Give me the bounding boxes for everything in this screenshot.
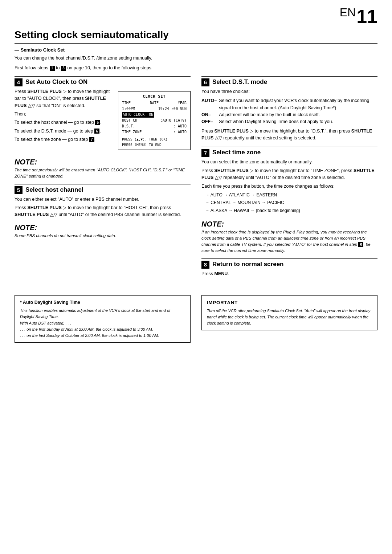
right-column: 6 Select D.S.T. mode You have three choi… bbox=[201, 76, 377, 282]
section-8: 8 Return to normal screen Press MENU. bbox=[201, 258, 377, 277]
section-7-title: Select time zone bbox=[212, 148, 261, 156]
clock-diagram: CLOCK SET TIME DATE YEAR 1:00PM 19:24 ⚡0… bbox=[118, 91, 191, 150]
section-4: 4 Set Auto Clock to ON CLOCK SET TIME DA… bbox=[15, 76, 191, 153]
section-4-body: CLOCK SET TIME DATE YEAR 1:00PM 19:24 ⚡0… bbox=[15, 88, 191, 153]
section-5-title: Select host channel bbox=[25, 186, 83, 194]
intro-para2: First follow steps 1 to 3 on page 10, th… bbox=[15, 65, 377, 72]
footnote-line-1: This function enables automatic adjustme… bbox=[20, 307, 185, 320]
note-1-title: NOTE: bbox=[15, 158, 191, 166]
section-5-text-1: You can either select "AUTO" or enter a … bbox=[15, 196, 191, 203]
dst-auto-key: AUTO– bbox=[201, 97, 219, 111]
section-8-body: Press MENU. bbox=[201, 270, 377, 277]
dst-auto-row: AUTO– Select if you want to adjust your … bbox=[201, 97, 377, 111]
section-8-title: Return to normal screen bbox=[212, 260, 284, 268]
footnote-body: This function enables automatic adjustme… bbox=[20, 307, 185, 338]
section-5: 5 Select host channel You can either sel… bbox=[15, 184, 191, 219]
note-1: NOTE: The time set previously will be er… bbox=[15, 158, 191, 180]
section-5-text-2: Press SHUTTLE PLUS ▷ to move the highlig… bbox=[15, 204, 191, 219]
section-4-number: 4 bbox=[15, 78, 23, 86]
step-badge-1: 1 bbox=[50, 66, 55, 71]
intro-para1: You can change the host channel/D.S.T. /… bbox=[15, 55, 377, 62]
main-title: Setting clock semiautomatically bbox=[15, 29, 377, 44]
clock-diagram-header: CLOCK SET bbox=[122, 94, 187, 99]
important-box: IMPORTANT Turn off the VCR after perform… bbox=[201, 295, 377, 330]
footnote-title: * Auto Daylight Saving Time bbox=[20, 299, 185, 306]
bottom-area: * Auto Daylight Saving Time This functio… bbox=[15, 290, 377, 343]
section-6: 6 Select D.S.T. mode You have three choi… bbox=[201, 76, 377, 142]
note-1-body: The time set previously will be erased w… bbox=[15, 167, 191, 180]
note-3-body: If an incorrect clock time is displayed … bbox=[201, 229, 377, 254]
tz-row-3: → ALASKA → HAWAII → (back to the beginni… bbox=[205, 207, 377, 215]
section-7: 7 Select time zone You can select the ti… bbox=[201, 147, 377, 215]
footnote-line-4: . . . on the last Sunday of October at 2… bbox=[20, 333, 185, 339]
section-5-header: 5 Select host channel bbox=[15, 184, 191, 194]
page: EN11 Setting clock semiautomatically Sem… bbox=[0, 0, 392, 554]
clock-row-5: D.S.T. : AUTO bbox=[122, 123, 187, 129]
tz-row-2: → CENTRAL → MOUNTAIN → PACIFIC bbox=[205, 199, 377, 207]
note-3: NOTE: If an incorrect clock time is disp… bbox=[201, 220, 377, 254]
section-5-body: You can either select "AUTO" or enter a … bbox=[15, 196, 191, 219]
important-body: Turn off the VCR after performing Semiau… bbox=[207, 308, 372, 326]
section-8-number: 8 bbox=[201, 261, 209, 269]
clock-row-3: AUTO CLOCK ON bbox=[122, 112, 187, 118]
section-7-text-3: Each time you press the button, the time… bbox=[201, 183, 377, 190]
bottom-right: IMPORTANT Turn off the VCR after perform… bbox=[201, 295, 377, 343]
clock-row-6: TIME ZONE : AUTO bbox=[122, 129, 187, 135]
dst-on-row: ON– Adjustment will be made by the built… bbox=[201, 111, 377, 118]
note-3-title: NOTE: bbox=[201, 220, 377, 228]
dst-choices-table: AUTO– Select if you want to adjust your … bbox=[201, 97, 377, 126]
clock-row-1: TIME DATE YEAR bbox=[122, 100, 187, 106]
dst-auto-text: Select if you want to adjust your VCR's … bbox=[219, 97, 377, 111]
section-6-header: 6 Select D.S.T. mode bbox=[201, 76, 377, 86]
note-2-title: NOTE: bbox=[15, 224, 191, 232]
dst-off-row: OFF– Select when Daylight Saving Time do… bbox=[201, 118, 377, 125]
section-6-intro: You have three choices: bbox=[201, 88, 377, 95]
semiauto-subhead: Semiauto Clock Set bbox=[15, 47, 377, 53]
note-2: NOTE: Some PBS channels do not transmit … bbox=[15, 224, 191, 239]
two-col-layout: 4 Set Auto Clock to ON CLOCK SET TIME DA… bbox=[15, 76, 377, 282]
section-4-header: 4 Set Auto Clock to ON bbox=[15, 76, 191, 86]
dst-on-text: Adjustment will be made by the built-in … bbox=[219, 111, 377, 118]
important-title: IMPORTANT bbox=[207, 299, 372, 306]
clock-row-7: PRESS (▲,▼). THEN (OK) bbox=[122, 137, 187, 142]
section-7-text-2: Press SHUTTLE PLUS ▷ to move the highlig… bbox=[201, 167, 377, 182]
section-6-title: Select D.S.T. mode bbox=[212, 78, 267, 86]
note-2-body: Some PBS channels do not transmit clock … bbox=[15, 233, 191, 239]
section-6-body: You have three choices: AUTO– Select if … bbox=[201, 88, 377, 142]
bottom-left: * Auto Daylight Saving Time This functio… bbox=[15, 295, 191, 343]
clock-row-8: PRESS (MENU) TO END bbox=[122, 142, 187, 147]
section-8-header: 8 Return to normal screen bbox=[201, 258, 377, 269]
section-5-number: 5 bbox=[15, 186, 23, 194]
en-label: EN bbox=[340, 6, 356, 19]
dst-off-text: Select when Daylight Saving Time does no… bbox=[219, 118, 377, 125]
section-6-footer: Press SHUTTLE PLUS ▷ to move the highlig… bbox=[201, 128, 377, 142]
section-6-number: 6 bbox=[201, 78, 209, 86]
section-4-title: Set Auto Clock to ON bbox=[25, 78, 87, 86]
section-7-body: You can select the time zone automatical… bbox=[201, 159, 377, 215]
section-7-number: 7 bbox=[201, 149, 209, 157]
clock-row-2: 1:00PM 19:24 ⚡00 SUN bbox=[122, 106, 187, 112]
clock-row-4: HOST CH :AUTO (CATV) bbox=[122, 118, 187, 123]
section-8-text: Press MENU. bbox=[201, 270, 377, 277]
left-column: 4 Set Auto Clock to ON CLOCK SET TIME DA… bbox=[15, 76, 191, 282]
footnote-line-2: With Auto DST activated, . . . bbox=[20, 320, 185, 326]
page-number: EN11 bbox=[340, 7, 377, 26]
section-7-header: 7 Select time zone bbox=[201, 147, 377, 157]
step-badge-3: 3 bbox=[61, 66, 66, 71]
footnote-line-3: . . . on the first Sunday of April at 2:… bbox=[20, 326, 185, 333]
tz-row-1: → AUTO → ATLANTIC → EASTERN bbox=[205, 191, 377, 199]
section-7-text-1: You can select the time zone automatical… bbox=[201, 159, 377, 166]
dst-on-key: ON– bbox=[201, 111, 219, 118]
dst-off-key: OFF– bbox=[201, 118, 219, 125]
footnote-box: * Auto Daylight Saving Time This functio… bbox=[15, 295, 191, 343]
